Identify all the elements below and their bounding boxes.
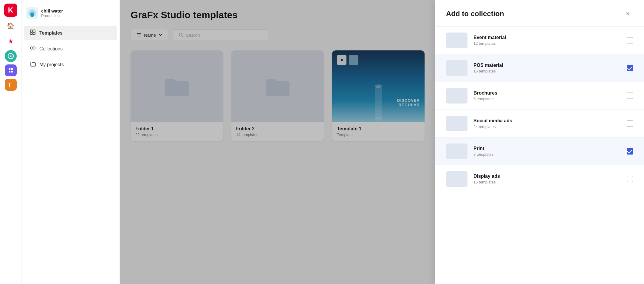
- collection-name-print: Print: [473, 146, 621, 151]
- svg-rect-8: [30, 30, 32, 32]
- collection-item-pos-material[interactable]: POS material 16 templates: [435, 54, 644, 82]
- collection-item-social-media-ads[interactable]: Social media ads 24 templates: [435, 110, 644, 138]
- my-projects-icon: [30, 61, 36, 68]
- sort-label: Name: [144, 33, 156, 38]
- collection-thumb-event-material: [446, 33, 467, 48]
- collection-thumb-display-ads: [446, 171, 467, 187]
- collection-name-pos-material: POS material: [473, 63, 621, 68]
- brand-sub: Production: [41, 13, 63, 18]
- grid-card-template1[interactable]: ■ DISCOVERREGULAR Template 1 Template: [332, 50, 425, 141]
- toolbar: Name Search: [131, 29, 425, 41]
- collection-count-pos-material: 16 templates: [473, 69, 621, 73]
- nav-templates-label: Templates: [39, 30, 63, 36]
- collection-thumb-social-media-ads: [446, 116, 467, 131]
- checkbox-print[interactable]: [627, 148, 633, 155]
- purple-app-icon[interactable]: [5, 64, 17, 76]
- collection-info-print: Print 8 templates: [473, 146, 621, 157]
- collection-info-pos-material: POS material 16 templates: [473, 63, 621, 73]
- nav-sidebar: chill water Production Templates Collect…: [21, 0, 120, 284]
- brand-name: chill water: [41, 8, 63, 13]
- folder1-info: Folder 1 22 templates: [131, 122, 223, 141]
- templates-icon: [30, 29, 36, 37]
- template-water-text: DISCOVERREGULAR: [397, 98, 420, 107]
- checkbox-event-material[interactable]: [627, 37, 633, 44]
- folder1-thumb: [131, 50, 223, 122]
- brand-info: chill water Production: [41, 8, 63, 18]
- sort-button[interactable]: Name: [131, 29, 168, 41]
- collection-item-print[interactable]: Print 8 templates: [435, 138, 644, 165]
- collection-thumb-print: [446, 143, 467, 159]
- collection-info-brochures: Brochures 6 templates: [473, 90, 621, 101]
- search-box[interactable]: Search: [173, 29, 268, 41]
- folder2-thumb: [231, 50, 324, 122]
- collection-name-event-material: Event material: [473, 35, 621, 40]
- collection-thumb-pos-material: [446, 60, 467, 76]
- nav-collections-label: Collections: [39, 46, 63, 52]
- add-to-collection-panel: Add to collection × Event material 12 te…: [435, 0, 644, 284]
- collection-info-display-ads: Display ads 16 templates: [473, 174, 621, 184]
- app-sidebar: K 🏠 ★ F: [0, 0, 21, 284]
- nav-item-collections[interactable]: Collections: [24, 41, 117, 56]
- nav-item-templates[interactable]: Templates: [24, 26, 117, 40]
- folder1-name: Folder 1: [135, 126, 218, 132]
- checkbox-display-ads[interactable]: [627, 176, 633, 182]
- checkbox-pos-material[interactable]: [627, 65, 633, 71]
- svg-point-7: [31, 13, 34, 17]
- svg-rect-3: [9, 71, 10, 72]
- folder1-meta: 22 templates: [135, 132, 218, 137]
- svg-rect-9: [33, 30, 35, 32]
- checkbox-social-media-ads[interactable]: [627, 120, 633, 127]
- collections-icon: [30, 45, 36, 53]
- svg-point-17: [375, 117, 382, 121]
- collection-name-social-media-ads: Social media ads: [473, 118, 621, 124]
- main-content: GrаFx Studio templates Name Search Folde…: [120, 0, 435, 284]
- template-logo-sq1: ■: [337, 55, 346, 65]
- folder2-info: Folder 2 14 templates: [231, 122, 324, 141]
- svg-rect-16: [375, 86, 382, 119]
- template1-meta: Template: [337, 132, 420, 137]
- nav-item-my-projects[interactable]: My projects: [24, 57, 117, 72]
- template1-info: Template 1 Template: [332, 122, 425, 141]
- svg-point-13: [33, 47, 35, 49]
- page-title: GrаFx Studio templates: [131, 10, 425, 21]
- folder2-name: Folder 2: [236, 126, 319, 132]
- search-placeholder: Search: [186, 33, 200, 38]
- collection-name-brochures: Brochures: [473, 90, 621, 96]
- brand-header: chill water Production: [21, 5, 120, 25]
- template-logo-sq2: [349, 55, 358, 65]
- svg-rect-4: [11, 71, 13, 72]
- svg-point-12: [30, 47, 33, 49]
- template1-name: Template 1: [337, 126, 420, 132]
- collection-count-display-ads: 16 templates: [473, 180, 621, 184]
- close-button[interactable]: ×: [623, 8, 633, 19]
- folder2-meta: 14 templates: [236, 132, 319, 137]
- favorites-icon[interactable]: ★: [4, 35, 17, 48]
- grid-card-folder1[interactable]: Folder 1 22 templates: [131, 50, 223, 141]
- nav-my-projects-label: My projects: [39, 62, 64, 67]
- collection-info-social-media-ads: Social media ads 24 templates: [473, 118, 621, 129]
- panel-title: Add to collection: [446, 10, 504, 18]
- close-icon: ×: [626, 10, 630, 18]
- checkbox-brochures[interactable]: [627, 92, 633, 99]
- template-grid: Folder 1 22 templates Folder 2 14 templa…: [131, 50, 425, 141]
- grid-card-folder2[interactable]: Folder 2 14 templates: [231, 50, 324, 141]
- collection-list: Event material 12 templates POS material…: [435, 27, 644, 284]
- svg-rect-10: [30, 33, 32, 35]
- collection-name-display-ads: Display ads: [473, 174, 621, 179]
- panel-header: Add to collection ×: [435, 0, 644, 27]
- template-logo-overlay: ■: [337, 55, 358, 65]
- orange-app-icon[interactable]: F: [5, 79, 17, 91]
- collection-thumb-brochures: [446, 88, 467, 104]
- svg-rect-2: [11, 68, 13, 70]
- collection-item-display-ads[interactable]: Display ads 16 templates: [435, 165, 644, 193]
- collection-item-event-material[interactable]: Event material 12 templates: [435, 27, 644, 54]
- svg-rect-11: [33, 33, 35, 35]
- collection-count-print: 8 templates: [473, 152, 621, 157]
- collection-count-brochures: 6 templates: [473, 97, 621, 101]
- collection-item-brochures[interactable]: Brochures 6 templates: [435, 82, 644, 110]
- app-logo-icon[interactable]: K: [4, 4, 17, 17]
- brand-logo: [26, 7, 38, 19]
- collection-count-event-material: 12 templates: [473, 41, 621, 46]
- current-app-icon[interactable]: [5, 50, 17, 62]
- home-icon[interactable]: 🏠: [4, 19, 17, 32]
